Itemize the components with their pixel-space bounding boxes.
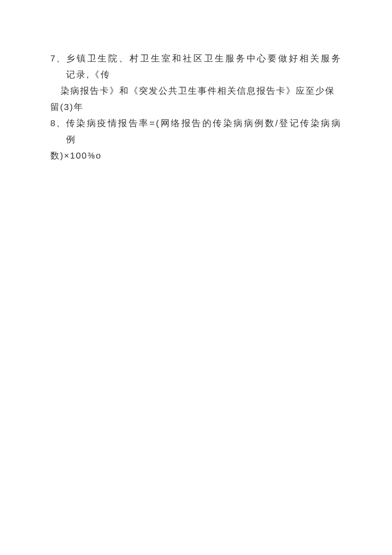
item-text-line2: 染病报告卡》和《突发公共卫生事件相关信息报告卡》应至少保 xyxy=(50,83,342,99)
list-item-8: 8、 传染病疫情报告率=(网络报告的传染病病例数/登记传染病病例 xyxy=(50,115,342,147)
item-text-line2: 数)×100⅜o xyxy=(50,147,342,164)
document-content: 7、 乡镇卫生院、村卫生室和社区卫生服务中心要做好相关服务记录,《传 染病报告卡… xyxy=(50,50,342,164)
item-text-line1: 乡镇卫生院、村卫生室和社区卫生服务中心要做好相关服务记录,《传 xyxy=(66,50,342,83)
item-number: 8、 xyxy=(50,115,66,147)
list-item-7: 7、 乡镇卫生院、村卫生室和社区卫生服务中心要做好相关服务记录,《传 xyxy=(50,50,342,83)
item-number: 7、 xyxy=(50,50,66,83)
item-text-line1: 传染病疫情报告率=(网络报告的传染病病例数/登记传染病病例 xyxy=(66,115,342,147)
item-text-line3: 留(3)年 xyxy=(50,99,342,115)
